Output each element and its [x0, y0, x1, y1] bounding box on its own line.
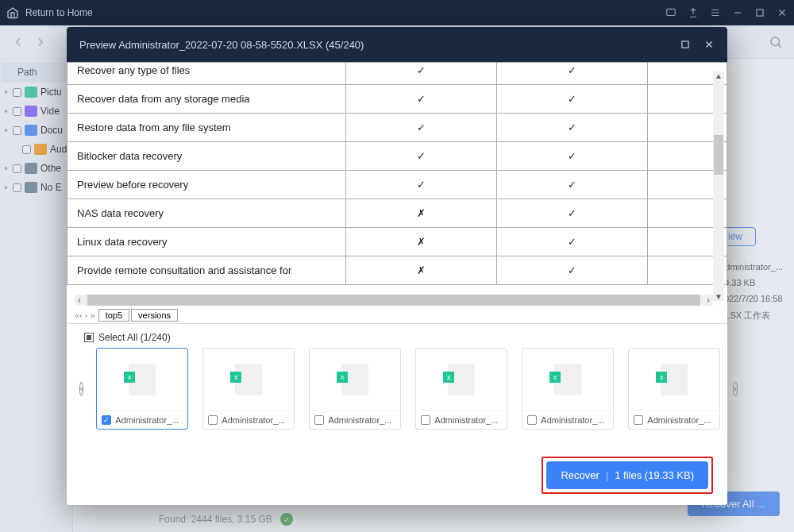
thumb-preview: x: [310, 349, 400, 411]
doc-icon: x: [235, 364, 262, 395]
recover-label: Recover: [561, 469, 599, 481]
preview-modal: Preview Administrator_2022-07-20 08-58-5…: [67, 27, 727, 505]
home-label[interactable]: Return to Home: [25, 7, 93, 18]
row-col1: ✓: [346, 171, 497, 199]
thumb-preview: x: [97, 349, 187, 411]
row-col2: ✓: [497, 63, 648, 85]
thumb-label-row: Administrator_...: [203, 411, 294, 429]
thumbnail[interactable]: x Administrator_...: [96, 348, 188, 430]
recover-bar: Recover | 1 files (19.33 KB): [67, 445, 727, 505]
table-row: NAS data recovery ✗ ✓: [67, 199, 727, 228]
table-row: Restore data from any file system ✓ ✓: [67, 114, 727, 142]
thumb-checkbox[interactable]: [314, 415, 324, 425]
table-row: Recover data from any storage media ✓ ✓: [67, 85, 727, 114]
thumbnail[interactable]: x Administrator_...: [522, 348, 614, 430]
select-all-checkbox[interactable]: [84, 333, 94, 342]
recover-button[interactable]: Recover | 1 files (19.33 KB): [546, 461, 708, 489]
xlsx-badge-icon: x: [549, 372, 561, 383]
row-label: Restore data from any file system: [67, 114, 346, 142]
vertical-scrollbar[interactable]: ▲▼: [713, 71, 724, 301]
xlsx-badge-icon: x: [337, 372, 348, 383]
thumbs-next-icon[interactable]: ›: [733, 382, 737, 396]
modal-maximize-icon[interactable]: [680, 39, 691, 50]
row-col2: ✓: [497, 85, 648, 114]
row-label: Linux data recovery: [67, 228, 346, 256]
thumb-checkbox[interactable]: [421, 415, 430, 425]
thumb-label-row: Administrator_...: [310, 411, 400, 429]
row-label: Bitlocker data recovery: [67, 142, 346, 171]
doc-icon: x: [661, 364, 688, 395]
titlebar: Return to Home: [0, 0, 794, 25]
row-col1: ✓: [346, 142, 497, 171]
thumb-filename: Administrator_...: [647, 415, 711, 425]
thumb-preview: x: [522, 349, 613, 411]
doc-icon: x: [448, 364, 475, 395]
thumb-filename: Administrator_...: [434, 415, 498, 425]
spreadsheet-table: Recover any type of files ✓ ✓ Recover da…: [67, 62, 727, 285]
thumb-filename: Administrator_...: [541, 415, 604, 425]
row-label: NAS data recovery: [67, 199, 346, 228]
minimize-icon[interactable]: [732, 7, 743, 18]
row-col2: ✓: [497, 199, 648, 228]
thumb-preview: x: [629, 349, 719, 411]
thumb-filename: Administrator_...: [328, 415, 391, 425]
row-label: Provide remote consultation and assistan…: [67, 256, 346, 285]
thumb-label-row: Administrator_...: [416, 411, 507, 429]
row-col1: ✓: [346, 114, 497, 142]
thumbnails-row: ‹ x Administrator_... x Administrator_..…: [67, 348, 727, 430]
svg-rect-1: [757, 10, 763, 16]
thumb-preview: x: [203, 349, 294, 411]
horizontal-scrollbar[interactable]: ‹›: [75, 295, 713, 306]
thumb-filename: Administrator_...: [222, 415, 285, 425]
xlsx-badge-icon: x: [124, 372, 135, 383]
maximize-icon[interactable]: [754, 7, 765, 18]
row-label: Recover data from any storage media: [67, 85, 346, 114]
row-col1: ✗: [346, 228, 497, 256]
xlsx-badge-icon: x: [230, 372, 241, 383]
sheet-tab-top5[interactable]: top5: [98, 309, 129, 322]
thumb-checkbox[interactable]: [208, 415, 218, 425]
xlsx-badge-icon: x: [656, 372, 667, 383]
thumb-label-row: Administrator_...: [629, 411, 719, 429]
select-all-row[interactable]: Select All (1/240): [67, 324, 727, 348]
thumbs-prev-icon[interactable]: ‹: [79, 382, 83, 396]
chat-icon[interactable]: [665, 7, 676, 18]
row-col1: ✗: [346, 199, 497, 228]
thumb-label-row: Administrator_...: [97, 411, 187, 429]
menu-icon[interactable]: [710, 7, 721, 18]
thumbnail[interactable]: x Administrator_...: [628, 348, 720, 430]
row-label: Preview before recovery: [67, 171, 346, 199]
share-icon[interactable]: [688, 7, 699, 18]
thumb-filename: Administrator_...: [115, 415, 179, 425]
sheet-tab-versions[interactable]: versions: [131, 309, 178, 322]
home-icon[interactable]: [6, 6, 19, 19]
thumbnail[interactable]: x Administrator_...: [202, 348, 295, 430]
doc-icon: x: [554, 364, 581, 395]
thumbnail[interactable]: x Administrator_...: [415, 348, 507, 430]
thumb-label-row: Administrator_...: [522, 411, 613, 429]
row-col2: ✓: [497, 114, 648, 142]
sheet-nav[interactable]: «‹ › »: [73, 310, 97, 320]
row-col2: ✓: [497, 228, 648, 256]
row-col2: ✓: [497, 256, 648, 285]
table-row: Linux data recovery ✗ ✓: [67, 228, 727, 256]
row-label: Recover any type of files: [67, 63, 346, 85]
row-col2: ✓: [497, 142, 648, 171]
table-row: Provide remote consultation and assistan…: [67, 256, 727, 285]
row-col1: ✗: [346, 256, 497, 285]
select-all-label: Select All (1/240): [98, 332, 171, 343]
table-row: Bitlocker data recovery ✓ ✓: [67, 142, 727, 171]
thumb-checkbox[interactable]: [527, 415, 537, 425]
svg-rect-3: [682, 41, 688, 48]
doc-icon: x: [341, 364, 368, 395]
table-row: Preview before recovery ✓ ✓: [67, 171, 727, 199]
sheet-tabs: «‹ › » top5 versions: [73, 309, 178, 322]
thumb-checkbox[interactable]: [634, 415, 643, 425]
thumb-checkbox[interactable]: [102, 415, 111, 425]
thumbnail[interactable]: x Administrator_...: [309, 348, 401, 430]
close-icon[interactable]: [777, 7, 788, 18]
modal-titlebar: Preview Administrator_2022-07-20 08-58-5…: [67, 27, 727, 62]
table-row: Recover any type of files ✓ ✓: [67, 63, 727, 85]
modal-close-icon[interactable]: [703, 39, 715, 50]
modal-title-text: Preview Administrator_2022-07-20 08-58-5…: [79, 39, 364, 51]
